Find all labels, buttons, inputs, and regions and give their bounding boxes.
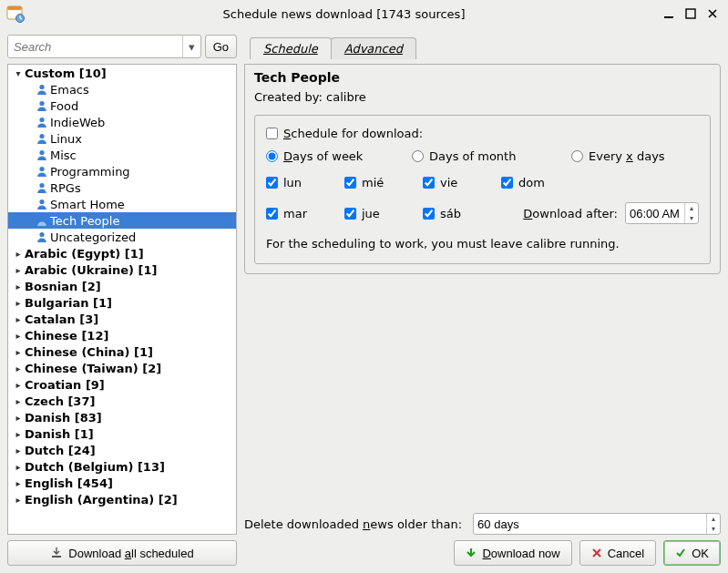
twist-right-icon: ▸ (12, 462, 25, 472)
tree-item[interactable]: Programming (8, 163, 236, 179)
tree-group[interactable]: ▸Chinese (Taiwan) [2] (8, 360, 236, 376)
days-grid: lun mié vie dom mar jue sáb Download aft… (266, 176, 699, 224)
tree-group[interactable]: ▸Bosnian [2] (8, 278, 236, 294)
source-tree[interactable]: ▾Custom [10]EmacsFoodIndieWebLinuxMiscPr… (7, 64, 237, 535)
schedule-note: For the scheduling to work, you must lea… (266, 237, 699, 251)
tree-item[interactable]: Tech People (8, 212, 236, 229)
tree-item[interactable]: Food (8, 97, 236, 114)
schedule-enable-checkbox[interactable]: Schedule for download: (266, 127, 699, 140)
day-jue[interactable]: jue (344, 207, 423, 220)
maximize-button[interactable] (684, 7, 697, 20)
tree-item[interactable]: Uncategorized (8, 229, 236, 245)
spin-up-icon[interactable]: ▴ (685, 203, 698, 213)
search-combo[interactable]: ▾ (7, 35, 201, 58)
tree-group[interactable]: ▸Czech [37] (8, 393, 236, 409)
window-controls (662, 7, 724, 20)
tree-item[interactable]: Linux (8, 130, 236, 147)
spin-up-icon[interactable]: ▴ (707, 514, 720, 524)
user-icon (34, 230, 50, 243)
twist-right-icon: ▸ (12, 495, 25, 505)
delete-older-spin[interactable]: ▴▾ (473, 513, 721, 535)
download-now-button[interactable]: Download now (454, 540, 571, 566)
svg-point-9 (39, 150, 44, 155)
day-mar[interactable]: mar (266, 207, 344, 220)
svg-point-12 (39, 200, 44, 204)
tree-group[interactable]: ▸Catalan [3] (8, 311, 236, 327)
schedule-tabpage: Tech People Created by: calibre Schedule… (244, 64, 721, 274)
svg-rect-3 (664, 16, 673, 18)
mode-days-of-month[interactable]: Days of month (412, 149, 571, 163)
tree-group[interactable]: ▸English (Argentina) [2] (8, 491, 236, 507)
download-after-input[interactable] (626, 207, 684, 220)
tab-advanced[interactable]: Advanced (331, 37, 416, 59)
mode-days-of-week[interactable]: Days of week (266, 149, 412, 163)
tree-group[interactable]: ▸Dutch (Belgium) [13] (8, 458, 236, 475)
download-after-row: Download after: ▴▾ (501, 202, 699, 224)
go-button[interactable]: Go (205, 35, 237, 58)
app-icon (5, 4, 26, 24)
schedule-mode-radios: Days of week Days of month Every x days (266, 149, 699, 163)
twist-right-icon: ▸ (12, 429, 25, 439)
cancel-button[interactable]: Cancel (579, 540, 656, 566)
ok-button[interactable]: OK (663, 540, 721, 566)
tree-group[interactable]: ▸Danish [1] (8, 425, 236, 442)
download-after-spin[interactable]: ▴▾ (625, 202, 699, 224)
day-lun[interactable]: lun (266, 176, 344, 189)
twist-right-icon: ▸ (12, 380, 25, 390)
tree-item[interactable]: Smart Home (8, 196, 236, 212)
tree-group[interactable]: ▸Arabic (Egypt) [1] (8, 245, 236, 261)
twist-down-icon: ▾ (12, 68, 25, 78)
tree-group[interactable]: ▸English [454] (8, 475, 236, 491)
recipe-title: Tech People (254, 70, 711, 85)
spin-down-icon[interactable]: ▾ (707, 524, 720, 534)
tree-group[interactable]: ▸Arabic (Ukraine) [1] (8, 261, 236, 278)
tree-group[interactable]: ▸Dutch [24] (8, 442, 236, 458)
schedule-box: Schedule for download: Days of week Days… (254, 115, 711, 264)
download-arrow-icon (466, 547, 477, 558)
twist-right-icon: ▸ (12, 281, 25, 292)
tree-item[interactable]: Emacs (8, 81, 236, 97)
tree-group[interactable]: ▸Bulgarian [1] (8, 294, 236, 311)
close-button[interactable] (706, 7, 719, 20)
tree-group[interactable]: ▸Croatian [9] (8, 376, 236, 393)
download-after-label: Download after: (523, 207, 618, 220)
tree-item[interactable]: RPGs (8, 179, 236, 196)
spin-down-icon[interactable]: ▾ (685, 213, 698, 223)
tree-group[interactable]: ▸Danish [83] (8, 409, 236, 425)
tree-item[interactable]: IndieWeb (8, 114, 236, 130)
twist-right-icon: ▸ (12, 363, 25, 373)
window: Schedule news download [1743 sources] ▾ … (0, 0, 728, 573)
day-dom[interactable]: dom (501, 176, 699, 189)
user-icon (34, 83, 50, 96)
tree-group-custom[interactable]: ▾Custom [10] (8, 65, 236, 81)
user-icon (34, 148, 50, 161)
tree-item[interactable]: Misc (8, 147, 236, 163)
user-icon (34, 181, 50, 194)
user-icon (34, 132, 50, 145)
delete-older-input[interactable] (474, 517, 706, 531)
download-all-button[interactable]: Download all scheduled (7, 540, 237, 566)
svg-point-10 (39, 167, 44, 171)
twist-right-icon: ▸ (12, 331, 25, 341)
twist-right-icon: ▸ (12, 249, 25, 259)
user-icon (34, 198, 50, 210)
tab-schedule[interactable]: Schedule (250, 37, 332, 59)
chevron-down-icon[interactable]: ▾ (182, 36, 200, 57)
svg-rect-15 (52, 556, 61, 558)
tree-group[interactable]: ▸Chinese (China) [1] (8, 343, 236, 360)
day-sab[interactable]: sáb (423, 207, 501, 220)
dialog-buttons: Download now Cancel OK (244, 540, 721, 566)
day-vie[interactable]: vie (423, 176, 501, 189)
twist-right-icon: ▸ (12, 314, 25, 324)
svg-point-6 (39, 101, 44, 106)
tree-group[interactable]: ▸Chinese [12] (8, 327, 236, 343)
svg-rect-4 (686, 9, 695, 18)
minimize-button[interactable] (662, 7, 675, 20)
day-mie[interactable]: mié (344, 176, 423, 189)
mode-every-x-days[interactable]: Every x days (571, 149, 665, 163)
tabbar: Schedule Advanced (244, 35, 721, 58)
user-icon (34, 116, 50, 128)
svg-point-11 (39, 183, 44, 188)
search-input[interactable] (8, 36, 182, 57)
left-pane: ▾ Go ▾Custom [10]EmacsFoodIndieWebLinuxM… (7, 35, 237, 566)
